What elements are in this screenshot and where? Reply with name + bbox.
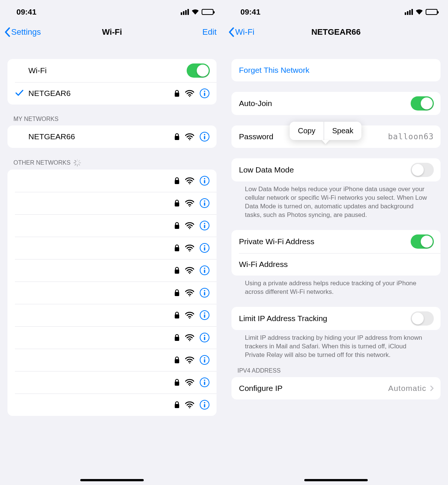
lock-icon — [174, 311, 180, 319]
other-network-row[interactable] — [7, 394, 217, 416]
chevron-back-icon — [228, 27, 234, 37]
auto-join-row[interactable]: Auto-Join — [231, 92, 441, 115]
info-icon[interactable] — [199, 332, 210, 343]
network-detail-screen: 09:41 Wi-Fi NETGEAR66 Forget This Networ… — [224, 0, 448, 485]
limit-ip-label: Limit IP Address Tracking — [239, 314, 411, 323]
other-network-row[interactable] — [7, 170, 217, 192]
lock-icon — [174, 334, 180, 341]
cellular-signal-icon — [405, 9, 413, 15]
forget-network-button[interactable]: Forget This Network — [231, 59, 441, 81]
lock-icon — [174, 222, 180, 229]
lock-icon — [174, 244, 180, 252]
info-icon[interactable] — [199, 88, 210, 99]
info-icon[interactable] — [199, 310, 210, 320]
low-data-footer: Low Data Mode helps reduce your iPhone d… — [231, 181, 441, 220]
lock-icon — [174, 379, 180, 386]
chevron-right-icon — [430, 385, 434, 391]
limit-ip-toggle[interactable] — [411, 311, 434, 326]
info-icon[interactable] — [199, 355, 210, 365]
back-button[interactable]: Wi-Fi — [228, 27, 254, 37]
page-title: Wi-Fi — [102, 27, 122, 37]
wifi-toggle-label: Wi-Fi — [28, 66, 187, 75]
low-data-label: Low Data Mode — [239, 165, 411, 174]
info-icon[interactable] — [199, 198, 210, 208]
other-network-row[interactable] — [7, 371, 217, 394]
copy-menu-item[interactable]: Copy — [290, 122, 324, 140]
wifi-signal-icon — [185, 244, 194, 252]
lock-icon — [174, 199, 180, 207]
connected-network-row[interactable]: NETGEAR6 — [7, 82, 217, 105]
chevron-back-icon — [4, 27, 10, 37]
forget-label: Forget This Network — [239, 66, 309, 75]
edit-button[interactable]: Edit — [202, 27, 217, 37]
info-icon[interactable] — [199, 243, 210, 253]
status-bar: 09:41 — [224, 0, 448, 22]
wifi-signal-icon — [185, 401, 194, 408]
other-network-row[interactable] — [7, 304, 217, 326]
info-icon[interactable] — [199, 265, 210, 276]
wifi-master-toggle-row[interactable]: Wi-Fi — [7, 59, 217, 82]
info-icon[interactable] — [199, 287, 210, 298]
status-time: 09:41 — [240, 7, 261, 16]
private-wifi-row[interactable]: Private Wi-Fi Address — [231, 230, 441, 253]
my-network-row[interactable]: NETGEAR66 — [7, 125, 217, 148]
other-network-row[interactable] — [7, 214, 217, 237]
limit-ip-row[interactable]: Limit IP Address Tracking — [231, 307, 441, 330]
wifi-status-icon — [415, 9, 423, 15]
my-networks-header: My Networks — [0, 105, 224, 125]
home-indicator[interactable] — [80, 479, 144, 481]
auto-join-toggle[interactable] — [411, 96, 434, 111]
info-icon[interactable] — [199, 399, 210, 410]
low-data-mode-row[interactable]: Low Data Mode — [231, 158, 441, 181]
loading-spinner-icon — [74, 159, 81, 167]
info-icon[interactable] — [199, 377, 210, 388]
wifi-address-row[interactable]: Wi-Fi Address — [231, 253, 441, 276]
network-name: NETGEAR66 — [28, 132, 170, 141]
other-network-row[interactable] — [7, 326, 217, 349]
speak-menu-item[interactable]: Speak — [324, 122, 362, 140]
auto-join-label: Auto-Join — [239, 99, 411, 108]
wifi-list-screen: 09:41 Settings Wi-Fi Edit Wi-Fi NETGEAR6 — [0, 0, 224, 485]
popover-arrow-icon — [322, 139, 329, 144]
other-networks-header: Other Networks — [0, 148, 224, 170]
private-wifi-label: Private Wi-Fi Address — [239, 237, 411, 246]
home-indicator[interactable] — [304, 479, 368, 481]
low-data-toggle[interactable] — [411, 163, 434, 177]
wifi-address-label: Wi-Fi Address — [239, 260, 434, 269]
battery-icon — [202, 9, 214, 15]
info-icon[interactable] — [199, 131, 210, 142]
other-network-row[interactable] — [7, 192, 217, 214]
status-time: 09:41 — [16, 7, 37, 16]
info-icon[interactable] — [199, 220, 210, 231]
other-network-row[interactable] — [7, 349, 217, 371]
context-menu: Copy Speak — [290, 122, 361, 140]
private-wifi-toggle[interactable] — [411, 234, 434, 249]
lock-icon — [174, 133, 180, 140]
configure-ip-row[interactable]: Configure IP Automatic — [231, 377, 441, 399]
lock-icon — [174, 267, 180, 274]
wifi-signal-icon — [185, 289, 194, 296]
other-network-row[interactable] — [7, 282, 217, 304]
back-button[interactable]: Settings — [4, 27, 41, 37]
lock-icon — [174, 401, 180, 408]
lock-icon — [174, 289, 180, 296]
battery-icon — [426, 9, 438, 15]
nav-bar: Wi-Fi NETGEAR66 — [224, 22, 448, 43]
page-title: NETGEAR66 — [311, 27, 361, 37]
wifi-signal-icon — [185, 334, 194, 341]
wifi-toggle[interactable] — [187, 63, 210, 78]
status-indicators — [181, 9, 214, 15]
lock-icon — [174, 90, 180, 97]
info-icon[interactable] — [199, 175, 210, 186]
wifi-signal-icon — [185, 90, 194, 97]
wifi-status-icon — [191, 9, 199, 15]
back-label: Settings — [11, 27, 41, 37]
ipv4-header: IPV4 Address — [224, 359, 448, 377]
wifi-signal-icon — [185, 177, 194, 184]
wifi-signal-icon — [185, 222, 194, 229]
other-network-row[interactable] — [7, 259, 217, 282]
nav-bar: Settings Wi-Fi Edit — [0, 22, 224, 43]
other-network-row[interactable] — [7, 237, 217, 259]
network-name: NETGEAR6 — [28, 89, 170, 98]
lock-icon — [174, 356, 180, 364]
